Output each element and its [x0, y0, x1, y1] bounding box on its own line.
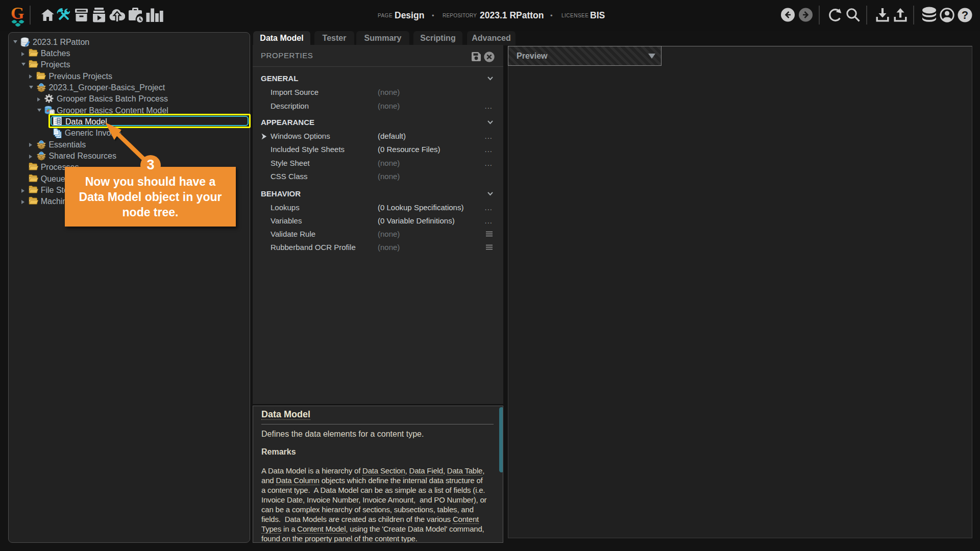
svg-text:G: G: [11, 4, 24, 22]
svg-text:?: ?: [962, 9, 968, 21]
